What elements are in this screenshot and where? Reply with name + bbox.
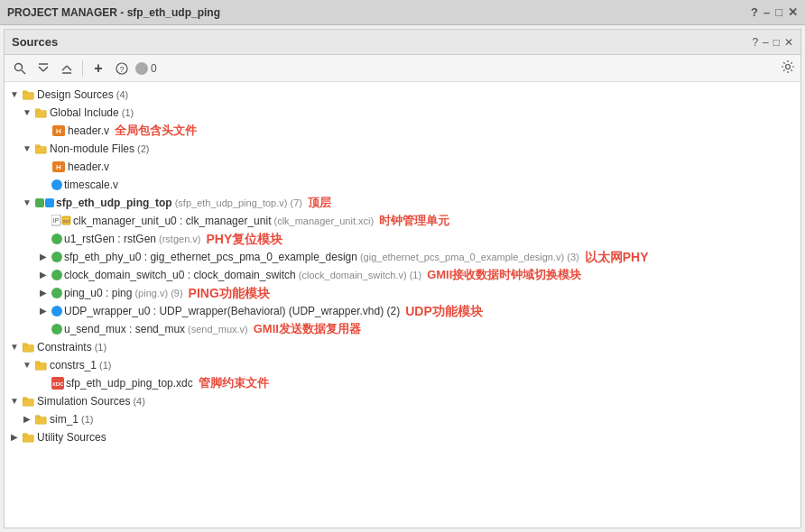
clock-domain-annotation: GMII接收数据时钟域切换模块 [427, 267, 581, 283]
constraints-row[interactable]: ▼ Constraints (1) [5, 338, 800, 356]
panel-title: Sources [12, 35, 752, 49]
svg-rect-13 [35, 110, 46, 117]
global-include-count: (1) [122, 105, 134, 121]
gear-button[interactable] [781, 60, 795, 77]
svg-point-0 [15, 63, 23, 70]
svg-rect-31 [23, 399, 33, 406]
sim-sources-expander[interactable]: ▼ [8, 395, 21, 408]
non-module-label: Non-module Files [50, 141, 134, 157]
phy-row[interactable]: ▶ sfp_eth_phy_u0 : gig_ethernet_pcs_pma_… [5, 248, 800, 266]
clock-domain-label: clock_domain_switch_u0 : clock_domain_sw… [64, 267, 296, 283]
title-close[interactable]: ✕ [788, 5, 798, 19]
sim1-label: sim_1 [50, 411, 79, 427]
non-module-header-label: header.v [68, 159, 109, 175]
sim1-expander[interactable]: ▶ [21, 413, 33, 426]
info-button[interactable]: ? [112, 59, 132, 78]
sim-sources-label: Simulation Sources [37, 393, 130, 409]
clk-manager-row[interactable]: IP xci clk_manager_unit_u0 : clk_manager… [5, 212, 800, 230]
sim-sources-row[interactable]: ▼ Simulation Sources (4) [5, 392, 800, 410]
utility-sources-row[interactable]: ▶ Utility Sources [5, 428, 800, 446]
svg-rect-14 [35, 109, 40, 112]
global-header-annotation: 全局包含头文件 [115, 123, 197, 139]
clk-manager-paren: (clk_manager_unit.xci) [273, 213, 374, 229]
global-include-row[interactable]: ▼ Global Include (1) [5, 104, 800, 122]
constraints-expander[interactable]: ▼ [8, 341, 21, 353]
clock-domain-row[interactable]: ▶ clock_domain_switch_u0 : clock_domain_… [5, 266, 800, 284]
svg-line-6 [67, 66, 71, 70]
constrs-expander[interactable]: ▼ [21, 359, 33, 371]
ping-row[interactable]: ▶ ping_u0 : ping (ping.v) (9) PING功能模块 [5, 284, 800, 302]
global-include-expander[interactable]: ▼ [21, 106, 33, 119]
xdc-row[interactable]: XDC sfp_eth_udp_ping_top.xdc 管脚约束文件 [5, 374, 800, 392]
no-expander-5 [37, 233, 50, 245]
ping-annotation: PING功能模块 [189, 285, 270, 301]
udp-expander[interactable]: ▶ [37, 305, 50, 317]
circle-count: 0 [135, 62, 157, 75]
svg-text:H: H [56, 127, 61, 135]
ping-label: ping_u0 : ping [64, 285, 132, 301]
send-mux-annotation: GMII发送数据复用器 [254, 321, 361, 337]
udp-row[interactable]: ▶ UDP_wrapper_u0 : UDP_wrapper(Behaviora… [5, 302, 800, 320]
clk-manager-label: clk_manager_unit_u0 : clk_manager_unit [73, 213, 271, 229]
phy-annotation: 以太网PHY [585, 249, 649, 265]
svg-rect-33 [35, 417, 46, 424]
udp-label: UDP_wrapper_u0 : UDP_wrapper(Behavioral)… [64, 303, 400, 319]
design-sources-row[interactable]: ▼ Design Sources (4) [5, 86, 800, 104]
title-help[interactable]: ? [751, 5, 758, 19]
circle-dot-icon [135, 62, 148, 75]
global-include-header-row[interactable]: H header.v 全局包含头文件 [5, 122, 800, 140]
title-min[interactable]: – [763, 5, 770, 19]
phy-paren: (gig_ethernet_pcs_pma_0_example_design.v… [360, 249, 579, 265]
send-mux-row[interactable]: u_send_mux : send_mux (send_mux.v) GMII发… [5, 320, 800, 338]
panel-help[interactable]: ? [752, 36, 758, 49]
svg-rect-27 [35, 362, 46, 370]
udp-icon [51, 306, 62, 316]
no-expander-6 [37, 323, 50, 335]
svg-text:XDC: XDC [52, 381, 64, 387]
expand-all-button[interactable] [57, 59, 77, 78]
add-button[interactable]: + [88, 59, 108, 78]
panel-min[interactable]: – [763, 36, 769, 49]
svg-text:IP: IP [53, 217, 60, 224]
rstgen-annotation: PHY复位模块 [207, 231, 283, 247]
svg-rect-11 [23, 92, 33, 99]
svg-line-3 [43, 67, 48, 71]
circle-count-label: 0 [151, 62, 157, 75]
title-max[interactable]: □ [775, 5, 782, 19]
search-button[interactable] [10, 59, 30, 78]
constrs-row[interactable]: ▼ constrs_1 (1) [5, 356, 800, 374]
svg-rect-36 [23, 434, 27, 436]
non-module-expander[interactable]: ▼ [21, 142, 33, 155]
sim1-row[interactable]: ▶ sim_1 (1) [5, 410, 800, 428]
top-module-label: sfp_eth_udp_ping_top [56, 195, 172, 211]
toolbar-sep-1 [82, 60, 83, 77]
clock-domain-expander[interactable]: ▶ [37, 269, 50, 281]
top-module-expander[interactable]: ▼ [21, 197, 33, 209]
phy-label: sfp_eth_phy_u0 : gig_ethernet_pcs_pma_0_… [64, 249, 357, 265]
svg-text:xci: xci [63, 218, 69, 224]
non-module-header-row[interactable]: H header.v [5, 158, 800, 176]
global-include-label: Global Include [50, 105, 119, 121]
panel-restore[interactable]: □ [773, 36, 780, 49]
rstgen-row[interactable]: u1_rstGen : rstGen (rstgen.v) PHY复位模块 [5, 230, 800, 248]
no-expander-7 [37, 377, 50, 390]
svg-rect-28 [35, 362, 40, 364]
title-label: PROJECT MANAGER - sfp_eth_udp_ping [7, 6, 220, 19]
utility-sources-expander[interactable]: ▶ [8, 431, 21, 444]
svg-rect-18 [35, 145, 40, 148]
top-module-row[interactable]: ▼ sfp_eth_udp_ping_top (sfp_eth_udp_ping… [5, 194, 800, 212]
send-mux-label: u_send_mux : send_mux [64, 321, 185, 337]
timescale-row[interactable]: timescale.v [5, 176, 800, 194]
panel-close[interactable]: ✕ [784, 36, 793, 49]
utility-sources-label: Utility Sources [37, 429, 106, 445]
phy-expander[interactable]: ▶ [37, 251, 50, 263]
constraints-count: (1) [95, 339, 106, 355]
design-sources-expander[interactable]: ▼ [8, 88, 21, 101]
svg-rect-12 [23, 91, 27, 94]
constraints-label: Constraints [37, 339, 92, 355]
no-expander-1 [37, 124, 50, 137]
collapse-all-button[interactable] [33, 59, 53, 78]
non-module-files-row[interactable]: ▼ Non-module Files (2) [5, 140, 800, 158]
top-module-paren: (sfp_eth_udp_ping_top.v) (7) [175, 195, 302, 211]
ping-expander[interactable]: ▶ [37, 287, 50, 299]
